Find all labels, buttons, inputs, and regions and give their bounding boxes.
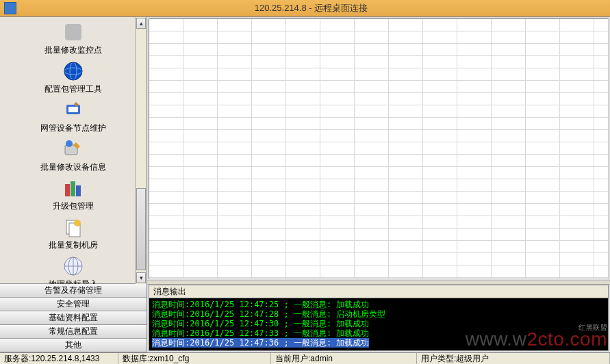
table-row[interactable] (149, 192, 609, 204)
sidebar-tool-label: 配置包管理工具 (45, 84, 102, 94)
table-row[interactable] (149, 31, 609, 44)
table-row[interactable] (149, 93, 609, 105)
console-line: 消息时间:2016/1/25 12:47:36 ; 一般消息: 加载成功 (152, 338, 605, 348)
status-usertype: 用户类型:超级用户 (417, 353, 610, 364)
table-row[interactable] (149, 130, 609, 142)
status-db: 数据库:zxm10_cfg (118, 353, 271, 364)
copy-room-icon (62, 216, 84, 238)
console-line: 消息时间:2016/1/25 12:47:25 ; 一般消息: 加载成功 (152, 300, 605, 309)
sidebar-panel-0[interactable]: 告警及存储管理 (0, 283, 147, 298)
svg-rect-0 (65, 24, 81, 40)
svg-rect-11 (76, 185, 81, 196)
console-line: 消息时间:2016/1/25 12:47:33 ; 一般消息: 加载成功 (152, 328, 605, 338)
data-grid[interactable] (149, 18, 609, 279)
status-server: 服务器:120.25.214.8,1433 (0, 353, 118, 364)
buildings-icon (62, 177, 84, 199)
table-row[interactable] (149, 155, 609, 167)
console-line: 消息时间:2016/1/25 12:47:28 ; 一般消息: 启动机房类型 (152, 309, 605, 319)
table-row[interactable] (149, 179, 609, 192)
console-panel: 消息输出 消息时间:2016/1/25 12:47:25 ; 一般消息: 加载成… (149, 285, 609, 351)
app-body: 批量修改监控点配置包管理工具网管设备节点维护批量修改设备信息升级包管理批量复制机… (0, 16, 610, 352)
table-row[interactable] (149, 265, 609, 278)
table-row[interactable] (149, 253, 609, 265)
sidebar-panel-4[interactable]: 其他 (0, 338, 147, 352)
sidebar-tool-0[interactable]: 批量修改监控点 (0, 20, 147, 59)
sidebar-scrollbar[interactable]: ▴ ▾ (135, 17, 147, 284)
sidebar-tool-6[interactable]: 地理坐标导入 (0, 254, 147, 284)
sidebar-tool-5[interactable]: 批量复制机房 (0, 215, 147, 254)
sidebar-tool-4[interactable]: 升级包管理 (0, 176, 147, 215)
table-row[interactable] (149, 118, 609, 130)
sidebar: 批量修改监控点配置包管理工具网管设备节点维护批量修改设备信息升级包管理批量复制机… (0, 17, 147, 352)
sidebar-tool-label: 批量修改监控点 (45, 45, 102, 55)
tool-list: 批量修改监控点配置包管理工具网管设备节点维护批量修改设备信息升级包管理批量复制机… (0, 17, 147, 284)
table-row[interactable] (149, 105, 609, 118)
sidebar-tool-label: 升级包管理 (53, 201, 94, 211)
window-titlebar: 120.25.214.8 - 远程桌面连接 (0, 0, 610, 16)
sidebar-panel-1[interactable]: 安全管理 (0, 297, 147, 311)
svg-rect-6 (68, 107, 78, 112)
scroll-thumb[interactable] (136, 188, 146, 270)
svg-point-8 (66, 140, 73, 147)
sidebar-tool-label: 网管设备节点维护 (40, 123, 106, 133)
table-row[interactable] (149, 19, 609, 31)
scroll-up-button[interactable]: ▴ (136, 18, 146, 29)
table-row[interactable] (149, 241, 609, 253)
sidebar-tool-3[interactable]: 批量修改设备信息 (0, 137, 147, 176)
table-row[interactable] (149, 229, 609, 241)
window-title: 120.25.214.8 - 远程桌面连接 (16, 2, 606, 14)
sidebar-panel-2[interactable]: 基础资料配置 (0, 311, 147, 325)
globe2-icon (62, 255, 84, 277)
sidebar-tool-label: 批量修改设备信息 (40, 162, 106, 172)
svg-rect-10 (71, 181, 75, 196)
monitor-batch-icon (62, 21, 84, 43)
console-title: 消息输出 (149, 285, 608, 298)
sidebar-tool-1[interactable]: 配置包管理工具 (0, 59, 147, 98)
svg-point-14 (74, 220, 81, 226)
sidebar-panel-3[interactable]: 常规信息配置 (0, 324, 147, 339)
table-row[interactable] (149, 167, 609, 179)
sidebar-tool-label: 批量复制机房 (49, 240, 98, 250)
device-edit-icon (62, 138, 84, 160)
console-output[interactable]: 消息时间:2016/1/25 12:47:25 ; 一般消息: 加载成功消息时间… (149, 298, 608, 350)
table-row[interactable] (149, 56, 609, 68)
sidebar-tool-label: 地理坐标导入 (49, 279, 98, 284)
table-row[interactable] (149, 68, 609, 81)
svg-rect-9 (65, 184, 70, 196)
table-row[interactable] (149, 44, 609, 56)
table-row[interactable] (149, 278, 609, 279)
main-area: 消息输出 消息时间:2016/1/25 12:47:25 ; 一般消息: 加载成… (147, 17, 610, 352)
sidebar-scroll: 批量修改监控点配置包管理工具网管设备节点维护批量修改设备信息升级包管理批量复制机… (0, 17, 147, 284)
app-icon (4, 2, 16, 14)
table-row[interactable] (149, 204, 609, 216)
table-row[interactable] (149, 81, 609, 93)
scroll-down-button[interactable]: ▾ (136, 272, 146, 283)
statusbar: 服务器:120.25.214.8,1433 数据库:zxm10_cfg 当前用户… (0, 352, 610, 364)
wrench-icon (62, 99, 84, 121)
console-line: 消息时间:2016/1/25 12:47:30 ; 一般消息: 加载成功 (152, 319, 605, 328)
table-row[interactable] (149, 216, 609, 229)
table-row[interactable] (149, 142, 609, 155)
sidebar-tool-2[interactable]: 网管设备节点维护 (0, 98, 147, 137)
status-user: 当前用户:admin (271, 353, 417, 364)
globe-icon (62, 60, 84, 82)
